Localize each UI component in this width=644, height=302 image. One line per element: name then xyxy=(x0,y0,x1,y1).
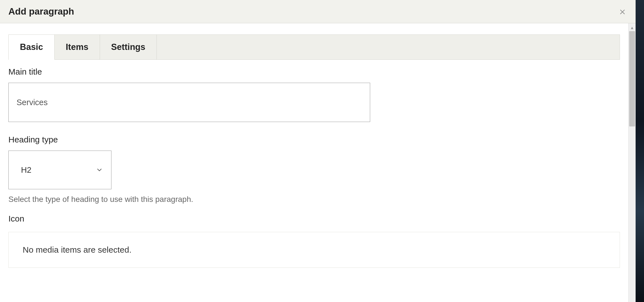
tab-content-basic: Main title Heading type H2 Select the ty… xyxy=(8,60,620,268)
modal-scrollbar[interactable]: ▲ xyxy=(628,23,636,302)
scrollbar-thumb[interactable] xyxy=(629,31,635,126)
heading-type-label: Heading type xyxy=(8,135,620,144)
tab-items[interactable]: Items xyxy=(55,35,100,60)
icon-label: Icon xyxy=(8,214,620,223)
add-paragraph-modal: Add paragraph Basic Items Settings Main … xyxy=(0,0,636,302)
heading-type-group: Heading type H2 Select the type of headi… xyxy=(8,135,620,204)
background-page-sliver xyxy=(636,0,644,302)
close-icon[interactable] xyxy=(618,7,627,16)
icon-media-box: No media items are selected. xyxy=(8,232,620,268)
modal-header: Add paragraph xyxy=(0,0,636,23)
main-title-input[interactable] xyxy=(8,83,370,122)
tab-basic[interactable]: Basic xyxy=(9,35,55,60)
tabs: Basic Items Settings xyxy=(8,34,620,60)
modal-title: Add paragraph xyxy=(8,6,74,17)
main-title-group: Main title xyxy=(8,67,620,122)
heading-type-select-wrapper: H2 xyxy=(8,151,111,189)
icon-empty-message: No media items are selected. xyxy=(23,245,132,254)
heading-type-help: Select the type of heading to use with t… xyxy=(8,195,620,204)
modal-body-wrapper: Basic Items Settings Main title Heading … xyxy=(0,23,636,302)
heading-type-select[interactable]: H2 xyxy=(8,151,111,189)
main-title-label: Main title xyxy=(8,67,620,77)
modal-body: Basic Items Settings Main title Heading … xyxy=(0,23,628,302)
icon-group: Icon No media items are selected. xyxy=(8,214,620,268)
heading-type-value: H2 xyxy=(21,165,31,175)
tab-settings[interactable]: Settings xyxy=(100,35,157,60)
tabs-filler xyxy=(157,35,620,60)
scrollbar-arrow-up-icon[interactable]: ▲ xyxy=(629,25,636,30)
